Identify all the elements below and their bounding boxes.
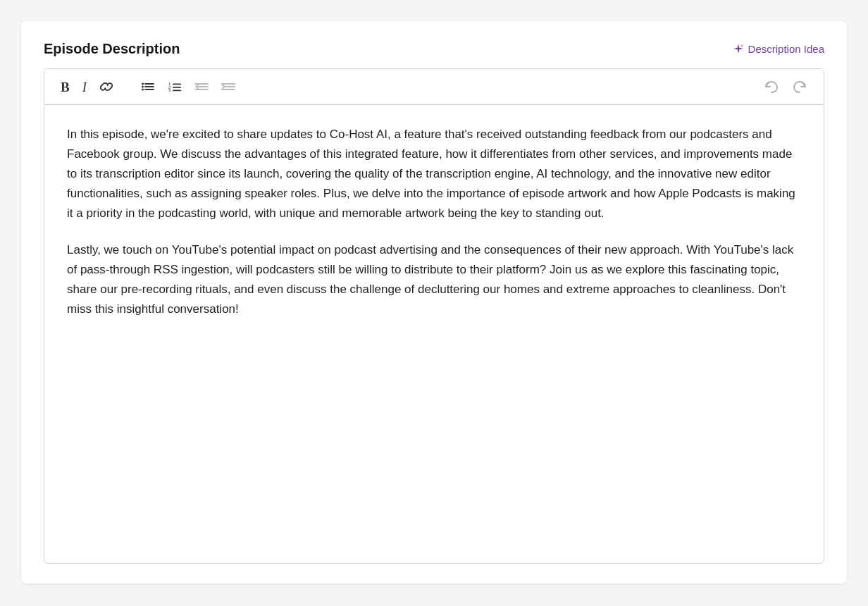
bold-button[interactable]: B: [56, 77, 75, 97]
redo-button[interactable]: [787, 76, 812, 97]
editor-container: Episode Description Description Idea B I: [21, 21, 847, 583]
italic-button[interactable]: I: [78, 77, 92, 97]
link-button[interactable]: [94, 77, 118, 97]
undo-button[interactable]: [759, 76, 784, 97]
unordered-list-icon: [141, 80, 155, 93]
svg-point-0: [142, 83, 144, 85]
editor-toolbar: B I: [44, 69, 824, 105]
svg-rect-10: [173, 87, 181, 88]
bold-icon: B: [61, 80, 70, 94]
italic-icon: I: [82, 80, 87, 94]
ordered-list-button[interactable]: 1 2 3: [163, 77, 187, 97]
page-title: Episode Description: [44, 41, 180, 57]
description-idea-button[interactable]: Description Idea: [733, 43, 824, 55]
editor-body[interactable]: In this episode, we're excited to share …: [44, 105, 824, 563]
description-idea-label: Description Idea: [748, 43, 824, 55]
indent-button[interactable]: [216, 77, 240, 97]
indent-icon: [221, 80, 235, 93]
svg-text:3: 3: [168, 88, 171, 92]
svg-point-4: [142, 89, 144, 91]
editor-header: Episode Description Description Idea: [44, 41, 824, 57]
content-paragraph-2: Lastly, we touch on YouTube's potential …: [67, 240, 801, 319]
rich-text-editor: B I: [44, 68, 824, 564]
svg-rect-11: [173, 90, 181, 92]
redo-icon: [792, 80, 807, 94]
unordered-list-button[interactable]: [136, 77, 160, 97]
undo-icon: [764, 80, 779, 94]
ordered-list-icon: 1 2 3: [168, 80, 182, 93]
outdent-icon: [194, 80, 209, 93]
sparkle-icon: [733, 44, 744, 55]
svg-point-2: [142, 86, 144, 88]
content-paragraph-1: In this episode, we're excited to share …: [67, 125, 801, 223]
toolbar-divider-1: [127, 79, 128, 94]
outdent-button[interactable]: [190, 77, 213, 97]
link-icon: [99, 80, 113, 93]
svg-rect-9: [173, 84, 181, 85]
